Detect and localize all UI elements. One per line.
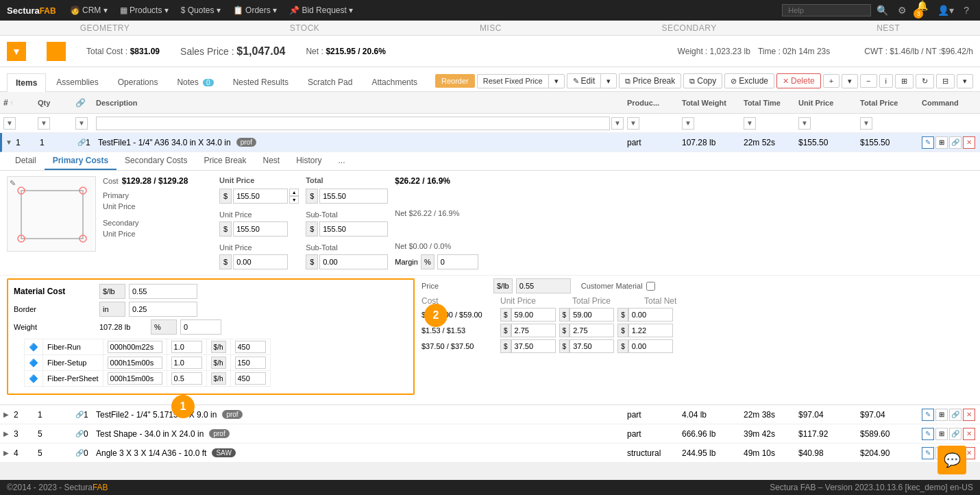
tab-scratch-pad[interactable]: Scratch Pad xyxy=(299,73,361,91)
prt-up-input-fiber-setup[interactable] xyxy=(511,324,556,337)
back-button[interactable]: ▼ xyxy=(7,42,26,61)
price-value-input[interactable] xyxy=(516,278,571,293)
detail-tab-history[interactable]: History xyxy=(288,152,330,170)
row3-link-btn[interactable]: 🔗 xyxy=(949,428,961,440)
nav-orders[interactable]: 📋 Orders ▾ xyxy=(228,5,282,15)
refresh-button[interactable]: ↻ xyxy=(916,74,934,88)
row1-delete-btn[interactable]: ✕ xyxy=(963,136,975,149)
prt-tp-input-fiber-setup[interactable] xyxy=(569,324,614,337)
ops-qty-input-fiber-run[interactable] xyxy=(171,341,202,353)
prt-tn-input-fiber-persheet[interactable] xyxy=(628,339,673,353)
prt-up-input-fiber-run[interactable] xyxy=(511,308,556,322)
settings-icon[interactable]: ⚙ xyxy=(894,5,911,16)
user-menu[interactable]: 👤▾ xyxy=(933,5,958,16)
filter-qty-btn[interactable]: ▼ xyxy=(38,117,50,130)
margin-input[interactable] xyxy=(437,254,478,269)
filter-num-btn[interactable]: ▼ xyxy=(3,117,16,130)
search-icon[interactable]: 🔍 xyxy=(872,5,892,16)
bubble-1[interactable]: 1 xyxy=(171,395,195,418)
shape-edit-icon[interactable]: ✎ xyxy=(10,179,16,188)
detail-tab-more[interactable]: ... xyxy=(330,152,354,170)
minus-button[interactable]: − xyxy=(860,74,877,88)
edit-button[interactable]: ✎ Edit xyxy=(567,73,601,88)
ops-qty-input-fiber-setup[interactable] xyxy=(171,357,202,369)
reset-fixed-price-button[interactable]: Reset Fixed Price xyxy=(477,74,548,88)
nav-quotes[interactable]: $ Quotes ▾ xyxy=(175,5,226,15)
ops-rate-input-fiber-setup[interactable] xyxy=(235,357,266,369)
row1-clone-btn[interactable]: ⊞ xyxy=(935,136,948,149)
total-input[interactable] xyxy=(319,189,388,204)
row3-delete-btn[interactable]: ✕ xyxy=(963,428,975,440)
reorder-button[interactable]: Reorder xyxy=(435,74,475,88)
row4-edit-btn[interactable]: ✎ xyxy=(922,447,934,459)
ops-time-input-fiber-setup[interactable] xyxy=(108,357,162,369)
filter-button[interactable]: ⊞ xyxy=(895,74,914,88)
filter-prod-btn[interactable]: ▼ xyxy=(627,117,639,130)
filter-tw-btn[interactable]: ▼ xyxy=(682,117,694,130)
primary-subtotal-input[interactable] xyxy=(319,221,388,237)
row1-expand[interactable]: ▼ xyxy=(5,138,14,146)
unit-price-input[interactable] xyxy=(233,189,288,204)
secondary-subtotal-input[interactable] xyxy=(319,254,388,269)
info-button[interactable]: i xyxy=(879,74,893,88)
notifications-icon[interactable]: 🔔3 xyxy=(912,0,932,21)
tab-assemblies[interactable]: Assemblies xyxy=(47,73,107,91)
detail-tab-primary-costs[interactable]: Primary Costs xyxy=(45,152,117,170)
row1-edit-btn[interactable]: ✎ xyxy=(922,136,934,149)
filter-desc-input[interactable] xyxy=(96,117,610,130)
row2-expand[interactable]: ▶ xyxy=(3,411,12,418)
row3-clone-btn[interactable]: ⊞ xyxy=(935,428,948,440)
filter-desc-btn[interactable]: ▼ xyxy=(611,117,624,130)
grid-button[interactable]: ⊟ xyxy=(936,74,955,88)
help-icon[interactable]: ? xyxy=(959,5,973,16)
detail-tab-price-break[interactable]: Price Break xyxy=(195,152,254,170)
tab-operations[interactable]: Operations xyxy=(109,73,167,91)
prt-tp-input-fiber-run[interactable] xyxy=(569,308,614,322)
material-value-input[interactable] xyxy=(129,284,197,299)
row2-delete-btn[interactable]: ✕ xyxy=(963,409,975,421)
copy-button[interactable]: ⧉ Copy xyxy=(683,73,722,88)
filter-icon-btn[interactable]: ▼ xyxy=(75,117,88,130)
weight-pct-input[interactable] xyxy=(180,319,221,335)
customer-material-checkbox[interactable] xyxy=(646,282,655,291)
ops-rate-input-fiber-run[interactable] xyxy=(235,341,266,353)
chat-button[interactable]: 💬 xyxy=(938,446,966,463)
ops-time-input-fiber-run[interactable] xyxy=(108,341,162,353)
ops-qty-input-fiber-persheet[interactable] xyxy=(171,372,202,385)
tab-nested-results[interactable]: Nested Results xyxy=(224,73,297,91)
reset-fixed-price-dropdown[interactable]: ▾ xyxy=(548,74,565,88)
filter-up-btn[interactable]: ▼ xyxy=(798,117,811,130)
row1-link-btn[interactable]: 🔗 xyxy=(949,136,961,149)
help-search[interactable] xyxy=(782,4,871,16)
prt-tp-input-fiber-persheet[interactable] xyxy=(569,339,614,353)
nav-bid-request[interactable]: 📌 Bid Request ▾ xyxy=(284,5,358,15)
ops-rate-input-fiber-persheet[interactable] xyxy=(235,372,266,385)
add-button[interactable]: + xyxy=(823,74,840,88)
tab-attachments[interactable]: Attachments xyxy=(363,73,426,91)
detail-tab-detail[interactable]: Detail xyxy=(7,152,45,170)
unit-price-up-arrow[interactable]: ▲ xyxy=(289,189,299,196)
ops-time-input-fiber-persheet[interactable] xyxy=(108,372,162,385)
tab-items[interactable]: Items xyxy=(7,73,46,92)
bubble-2[interactable]: 2 xyxy=(424,304,448,327)
row2-clone-btn[interactable]: ⊞ xyxy=(935,409,948,421)
detail-tab-secondary-costs[interactable]: Secondary Costs xyxy=(117,152,195,170)
filter-tp-btn[interactable]: ▼ xyxy=(860,117,872,130)
delete-button[interactable]: ✕ Delete xyxy=(776,73,821,88)
filter-tt-btn[interactable]: ▼ xyxy=(744,117,756,130)
row4-expand[interactable]: ▶ xyxy=(3,449,12,457)
prt-tn-input-fiber-run[interactable] xyxy=(628,308,673,322)
tab-notes[interactable]: Notes 0 xyxy=(168,73,222,91)
row2-edit-btn[interactable]: ✎ xyxy=(922,409,934,421)
secondary-up-input[interactable] xyxy=(233,254,288,269)
row3-expand[interactable]: ▶ xyxy=(3,430,12,437)
add-dropdown[interactable]: ▾ xyxy=(842,74,858,88)
nav-crm[interactable]: 🧑 CRM ▾ xyxy=(64,5,113,15)
edit-dropdown[interactable]: ▾ xyxy=(600,73,617,88)
border-value-input[interactable] xyxy=(129,302,197,317)
prt-up-input-fiber-persheet[interactable] xyxy=(511,339,556,353)
unit-price-down-arrow[interactable]: ▼ xyxy=(289,196,299,204)
nav-products[interactable]: ▦ Products ▾ xyxy=(114,5,174,15)
prt-tn-input-fiber-setup[interactable] xyxy=(628,324,673,337)
row3-edit-btn[interactable]: ✎ xyxy=(922,428,934,440)
